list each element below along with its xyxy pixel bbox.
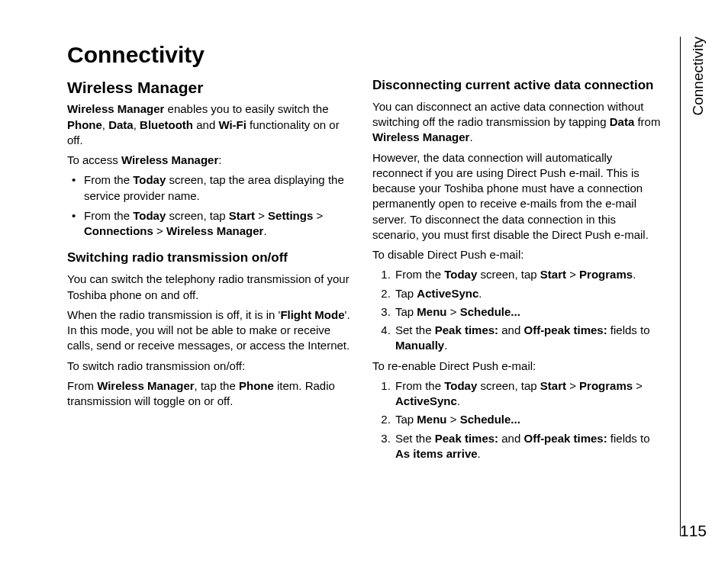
- text: Set the: [395, 432, 435, 445]
- text: .: [478, 287, 482, 300]
- paragraph: To re-enable Direct Push e-mail:: [372, 359, 662, 374]
- text: Wireless Manager: [67, 102, 164, 115]
- text: Start: [540, 268, 566, 281]
- text: Off-peak times:: [523, 323, 607, 336]
- paragraph: You can switch the telephony radio trans…: [67, 272, 357, 303]
- text: Menu: [417, 305, 446, 318]
- text: Wireless Manager: [97, 379, 194, 392]
- text: As items arrive: [395, 447, 478, 460]
- text: Off-peak times:: [523, 432, 607, 445]
- paragraph: You can disconnect an active data connec…: [372, 99, 662, 146]
- text: From the: [395, 379, 444, 392]
- text: Connections: [84, 224, 153, 237]
- text: Data: [610, 115, 635, 128]
- text: From the: [395, 268, 444, 281]
- intro-paragraph: Wireless Manager enables you to easily s…: [67, 101, 357, 148]
- text: screen, tap: [477, 379, 540, 392]
- text: Peak times:: [435, 432, 498, 445]
- text: , tap the: [195, 379, 239, 392]
- list-item: From the Today screen, tap the area disp…: [72, 172, 357, 204]
- text: To access: [67, 153, 121, 166]
- text: Today: [133, 173, 166, 186]
- text: Wi-Fi: [218, 118, 246, 131]
- text: Today: [133, 209, 166, 222]
- text: and: [498, 432, 523, 445]
- text: .: [478, 447, 481, 460]
- text: Schedule...: [460, 305, 520, 318]
- text: Start: [229, 209, 255, 222]
- text: screen, tap: [477, 268, 540, 281]
- text: enables you to easily switch the: [164, 102, 328, 115]
- text: Manually: [395, 339, 444, 352]
- text: .: [444, 339, 447, 352]
- text: Programs: [579, 268, 633, 281]
- text: Flight Mode: [280, 308, 344, 321]
- text: From the: [84, 173, 133, 186]
- text: Wireless Manager: [166, 224, 263, 237]
- text: Settings: [268, 209, 313, 222]
- text: ,: [134, 118, 140, 131]
- text: Bluetooth: [140, 118, 193, 131]
- text: .: [263, 224, 266, 237]
- paragraph: From Wireless Manager, tap the Phone ite…: [67, 378, 357, 410]
- list-item: Tap ActiveSync.: [394, 286, 662, 301]
- text: Tap: [395, 413, 417, 426]
- text: Today: [444, 379, 477, 392]
- columns: Wireless Manager Wireless Manager enable…: [67, 77, 662, 466]
- manual-page: Connectivity 115 Connectivity Wireless M…: [0, 0, 728, 563]
- text: Start: [540, 379, 566, 392]
- list-item: From the Today screen, tap Start > Setti…: [72, 208, 357, 240]
- list-item: From the Today screen, tap Start > Progr…: [394, 267, 662, 282]
- page-title: Connectivity: [67, 42, 662, 68]
- paragraph: When the radio transmission is off, it i…: [67, 307, 357, 354]
- text: When the radio transmission is off, it i…: [67, 308, 280, 321]
- list-item: Tap Menu > Schedule...: [394, 412, 662, 427]
- text: Phone: [239, 379, 274, 392]
- text: from: [634, 115, 660, 128]
- text: Schedule...: [460, 413, 520, 426]
- text: .: [457, 394, 460, 407]
- text: >: [566, 379, 579, 392]
- text: From the: [84, 209, 133, 222]
- text: :: [218, 153, 221, 166]
- access-paragraph: To access Wireless Manager:: [67, 153, 357, 168]
- text: .: [469, 130, 472, 143]
- text: >: [153, 224, 166, 237]
- heading-wireless-manager: Wireless Manager: [67, 77, 357, 98]
- text: >: [255, 209, 268, 222]
- text: Peak times:: [435, 323, 498, 336]
- page-number: 115: [680, 522, 707, 540]
- list-item: Set the Peak times: and Off-peak times: …: [394, 431, 662, 462]
- text: Tap: [395, 305, 417, 318]
- text: Wireless Manager: [372, 130, 469, 143]
- text: .: [633, 268, 636, 281]
- text: Phone: [67, 118, 102, 131]
- list-item: From the Today screen, tap Start > Progr…: [394, 378, 662, 410]
- paragraph: To disable Direct Push e-mail:: [372, 247, 662, 262]
- text: ActiveSync: [395, 394, 457, 407]
- text: >: [447, 413, 460, 426]
- text: >: [633, 379, 643, 392]
- list-item: Tap Menu > Schedule...: [394, 304, 662, 320]
- text: ,: [102, 118, 108, 131]
- heading-switching-radio: Switching radio transmission on/off: [67, 249, 357, 267]
- text: Tap: [395, 287, 417, 300]
- right-column: Disconnecting current active data connec…: [372, 77, 662, 466]
- text: and: [193, 118, 218, 131]
- text: Programs: [579, 379, 633, 392]
- text: and: [498, 323, 523, 336]
- text: Menu: [417, 413, 446, 426]
- text: Today: [444, 268, 477, 281]
- text: Wireless Manager: [121, 153, 218, 166]
- paragraph: However, the data connection will automa…: [372, 150, 662, 243]
- text: screen, tap: [166, 209, 229, 222]
- text: ActiveSync: [417, 287, 478, 300]
- content-area: Connectivity Wireless Manager Wireless M…: [67, 42, 662, 538]
- text: >: [447, 305, 460, 318]
- disable-steps: From the Today screen, tap Start > Progr…: [372, 267, 662, 353]
- text: fields to: [607, 432, 650, 445]
- text: Data: [108, 118, 134, 131]
- access-bullets: From the Today screen, tap the area disp…: [67, 172, 357, 239]
- text: You can disconnect an active data connec…: [372, 100, 644, 128]
- text: Set the: [395, 323, 435, 336]
